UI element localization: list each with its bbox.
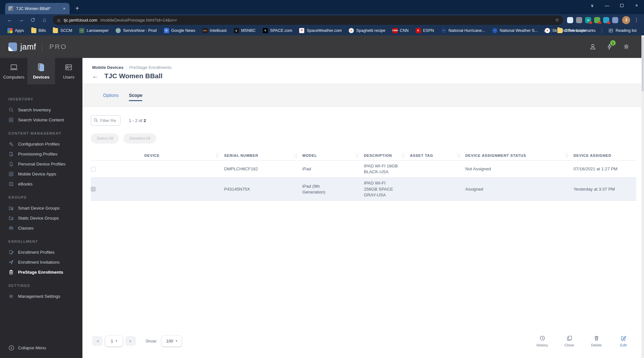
- extension-icon[interactable]: a: [585, 17, 591, 23]
- window-minimize-button[interactable]: —: [600, 0, 614, 11]
- action-button[interactable]: History: [536, 335, 549, 347]
- profile-avatar[interactable]: J: [622, 16, 630, 24]
- column-header[interactable]: DEVICE ASSIGNMENT STATUS: [458, 151, 566, 160]
- prev-page-button[interactable]: ◀: [92, 336, 103, 346]
- bookmark-item[interactable]: CNN CNN: [390, 27, 412, 34]
- column-header[interactable]: DEVICE: [91, 151, 216, 160]
- extension-icon[interactable]: [603, 17, 609, 23]
- url-host: tjc.jamfcloud.com: [64, 18, 97, 23]
- bookmark-item[interactable]: SCCM: [50, 27, 75, 34]
- breadcrumb-parent[interactable]: Mobile Devices: [92, 65, 124, 70]
- bookmark-item[interactable]: S SPACE.com: [260, 27, 295, 34]
- bookmark-item[interactable]: Apps: [5, 27, 27, 34]
- reading-list-button[interactable]: Reading list: [605, 27, 639, 34]
- context-tab[interactable]: Devices: [27, 58, 55, 84]
- bookmark-item[interactable]: e Spaghetti recipe: [346, 27, 388, 34]
- column-header[interactable]: DEVICE ASSIGNED: [566, 151, 636, 160]
- browser-menu-icon[interactable]: ⋮: [631, 17, 641, 23]
- window-maximize-button[interactable]: [614, 0, 629, 11]
- page-select[interactable]: 1▾: [105, 336, 123, 346]
- action-button[interactable]: Delete: [590, 335, 603, 347]
- bookmark-item[interactable]: y MSNBC: [231, 27, 259, 34]
- home-icon[interactable]: ⌂: [39, 15, 50, 24]
- select-all-button[interactable]: Select All: [91, 133, 119, 144]
- scrollbar-thumb[interactable]: [642, 37, 644, 91]
- account-icon[interactable]: [589, 43, 596, 50]
- extension-icon[interactable]: [567, 17, 573, 23]
- sidebar-item[interactable]: PreStage Enrollments: [8, 267, 82, 277]
- bookmark-item[interactable]: G Google News: [161, 27, 198, 34]
- sidebar-item[interactable]: Smart Device Groups: [8, 203, 82, 213]
- action-button[interactable]: Clone: [563, 335, 576, 347]
- address-bar[interactable]: tjc.jamfcloud.com /mobileDevicePrestage.…: [53, 15, 563, 25]
- lock-icon: [57, 18, 61, 22]
- page-size-select[interactable]: 100▾: [162, 336, 182, 346]
- extension-icon[interactable]: [594, 17, 600, 23]
- sidebar-item-icon: [8, 151, 14, 157]
- page-tab[interactable]: Scope: [129, 84, 142, 107]
- row-checkbox[interactable]: ✓: [91, 187, 96, 192]
- next-page-button[interactable]: ▶: [125, 336, 136, 346]
- bookmark-item[interactable]: ☂ SpaceWeather.com: [296, 27, 345, 34]
- back-icon[interactable]: ←: [5, 15, 15, 24]
- breadcrumb-current[interactable]: PreStage Enrollments: [129, 65, 171, 70]
- deselect-all-button[interactable]: Deselect All: [123, 133, 156, 144]
- bookmark-star-icon[interactable]: ☆: [555, 17, 559, 23]
- sidebar-item[interactable]: Static Device Groups: [8, 213, 82, 223]
- refresh-icon[interactable]: [28, 15, 38, 24]
- sidebar-item[interactable]: Search Inventory: [8, 105, 82, 115]
- extension-icon[interactable]: [612, 17, 618, 23]
- bookmark-item[interactable]: E ESPN: [413, 27, 437, 34]
- bookmark-item[interactable]: ≈ Lansweeper: [76, 27, 111, 34]
- bookmark-item[interactable]: wu Intellicast: [200, 27, 230, 34]
- sidebar-item[interactable]: Enrollment Profiles: [8, 247, 82, 257]
- other-bookmarks-button[interactable]: Other bookmarks: [554, 27, 599, 34]
- table-row[interactable]: ✓ DMPLCH6CF182 iPad IPAD WI-FI 16GB BLAC…: [91, 161, 636, 178]
- context-tab[interactable]: Computers: [0, 58, 27, 84]
- jamf-logo[interactable]: jamf PRO: [8, 42, 67, 52]
- settings-gear-icon[interactable]: [623, 43, 630, 50]
- page-tab[interactable]: Options: [103, 84, 118, 107]
- page-scrollbar[interactable]: [641, 35, 644, 358]
- bookmark-item[interactable]: ~ National Weather S...: [489, 27, 541, 34]
- browser-tab[interactable]: TJC Women BBall* ×: [5, 3, 70, 14]
- sidebar-item[interactable]: Provisioning Profiles: [8, 149, 82, 159]
- sidebar-item[interactable]: Enrollment Invitations: [8, 257, 82, 267]
- show-label: Show:: [146, 339, 157, 344]
- column-header[interactable]: DESCRIPTION: [356, 151, 402, 160]
- extension-icon[interactable]: [576, 17, 582, 23]
- notifications-icon[interactable]: 1: [606, 43, 613, 50]
- back-arrow-button[interactable]: ←: [92, 73, 99, 79]
- sidebar-item[interactable]: Personal Device Profiles: [8, 159, 82, 169]
- sidebar-item-icon: [8, 225, 14, 231]
- sidebar-item[interactable]: Configuration Profiles: [8, 139, 82, 149]
- table-row[interactable]: ✓ P43145N75X iPad (9th Generation) IPAD …: [91, 178, 636, 201]
- filter-field: [91, 115, 120, 126]
- context-tab[interactable]: Users: [55, 58, 82, 84]
- action-button[interactable]: Edit: [617, 335, 630, 347]
- window-chevron-icon[interactable]: ∨: [585, 0, 600, 11]
- bookmark-favicon: G: [164, 28, 169, 33]
- sidebar-item[interactable]: Management Settings: [8, 291, 82, 301]
- new-tab-button[interactable]: +: [75, 5, 79, 12]
- column-header[interactable]: ASSET TAG: [402, 151, 458, 160]
- sidebar-item[interactable]: eBooks: [8, 179, 82, 189]
- cell-description: IPAD WI-FI 256GB SPACE GRAY-USA: [356, 178, 402, 201]
- page-tabs: Options Scope: [82, 84, 644, 107]
- tab-close-icon[interactable]: ×: [62, 6, 66, 11]
- divider: [602, 28, 602, 33]
- bookmark-item[interactable]: ○ ServiceNow - Prod: [113, 27, 159, 34]
- row-checkbox[interactable]: ✓: [91, 167, 96, 172]
- sidebar: Computers Devices Users INVENTORY S: [0, 58, 82, 358]
- sidebar-item[interactable]: Classes: [8, 223, 82, 233]
- collapse-menu-button[interactable]: Collapse Menu: [0, 345, 82, 358]
- bookmark-item[interactable]: Bills: [28, 27, 49, 34]
- sidebar-item[interactable]: Search Volume Content: [8, 115, 82, 125]
- sidebar-item[interactable]: Mobile Device Apps: [8, 169, 82, 179]
- bookmark-item[interactable]: ~ National Hurricane...: [438, 27, 488, 34]
- column-header[interactable]: SERIAL NUMBER: [216, 151, 295, 160]
- forward-icon[interactable]: →: [16, 15, 26, 24]
- bookmarks-overflow-icon[interactable]: »: [542, 28, 547, 33]
- column-header[interactable]: MODEL: [295, 151, 356, 160]
- window-close-button[interactable]: ×: [629, 0, 644, 11]
